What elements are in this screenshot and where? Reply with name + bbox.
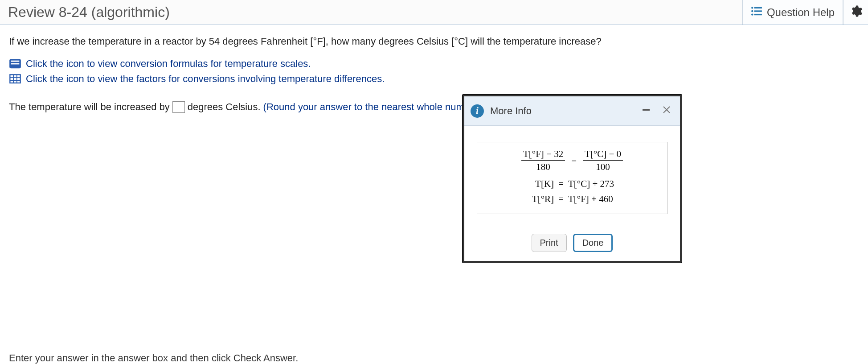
fraction-left-num: T[°F] − 32 xyxy=(521,149,565,161)
svg-rect-8 xyxy=(11,63,20,65)
fraction-left-den: 180 xyxy=(536,161,550,172)
rankine-lhs: T[°R] xyxy=(523,192,554,207)
formula-kelvin: T[K] = T[°C] + 273 xyxy=(485,177,659,192)
fraction-right-den: 100 xyxy=(596,161,610,172)
minimize-button[interactable] xyxy=(639,103,653,119)
popup-header: i More Info xyxy=(464,96,680,126)
svg-rect-10 xyxy=(11,75,13,78)
answer-row: The temperature will be increased by deg… xyxy=(9,101,859,113)
fraction-right-num: T[°C] − 0 xyxy=(583,149,623,161)
print-button[interactable]: Print xyxy=(532,234,567,252)
svg-rect-7 xyxy=(11,61,20,62)
book-icon xyxy=(9,58,21,69)
popup-body: T[°F] − 32 180 = T[°C] − 0 100 T[K] = T[… xyxy=(464,126,680,223)
footer-instruction: Enter your answer in the answer box and … xyxy=(9,352,298,364)
rankine-rhs: T[°F] + 460 xyxy=(568,192,622,207)
reference-link-1-label: Click the icon to view conversion formul… xyxy=(26,58,311,70)
svg-rect-14 xyxy=(14,78,16,80)
svg-point-0 xyxy=(751,7,753,8)
more-info-popup: i More Info T[°F] − 32 180 = T[°C] − 0 1… xyxy=(463,95,682,263)
kelvin-lhs: T[K] xyxy=(523,177,554,192)
reference-link-formulas[interactable]: Click the icon to view conversion formul… xyxy=(9,58,859,70)
reference-link-2-label: Click the icon to view the factors for c… xyxy=(26,73,385,85)
svg-point-2 xyxy=(751,10,753,12)
svg-rect-18 xyxy=(17,81,20,83)
svg-rect-17 xyxy=(14,81,16,83)
done-button[interactable]: Done xyxy=(573,234,613,252)
svg-point-4 xyxy=(751,13,753,15)
svg-rect-16 xyxy=(11,81,13,83)
table-icon xyxy=(9,74,21,84)
settings-button[interactable] xyxy=(843,0,868,25)
question-prompt: If we increase the temperature in a reac… xyxy=(9,36,859,47)
question-help-button[interactable]: Question Help xyxy=(742,0,843,25)
formula-rankine: T[°R] = T[°F] + 460 xyxy=(485,192,659,207)
svg-rect-3 xyxy=(754,10,762,12)
answer-prefix: The temperature will be increased by xyxy=(9,101,170,113)
kelvin-rhs: T[°C] + 273 xyxy=(568,177,622,192)
question-help-label: Question Help xyxy=(767,6,835,19)
reference-link-factors[interactable]: Click the icon to view the factors for c… xyxy=(9,73,859,85)
equals-sign-3: = xyxy=(558,192,564,207)
answer-input[interactable] xyxy=(172,101,185,113)
svg-rect-12 xyxy=(17,75,20,78)
gear-icon xyxy=(849,4,863,20)
info-icon: i xyxy=(471,104,484,118)
question-content: If we increase the temperature in a reac… xyxy=(0,25,868,113)
close-button[interactable] xyxy=(659,103,674,119)
fraction-right: T[°C] − 0 100 xyxy=(583,149,623,172)
svg-rect-13 xyxy=(11,78,13,80)
formula-fraction-row: T[°F] − 32 180 = T[°C] − 0 100 xyxy=(485,149,659,172)
svg-rect-15 xyxy=(17,78,20,80)
list-icon xyxy=(751,6,762,19)
page-title: Review 8-24 (algorithmic) xyxy=(0,0,178,25)
answer-hint: (Round your answer to the nearest whole … xyxy=(263,101,475,113)
popup-buttons: Print Done xyxy=(464,223,680,261)
title-right: Question Help xyxy=(742,0,868,25)
formula-box: T[°F] − 32 180 = T[°C] − 0 100 T[K] = T[… xyxy=(477,142,667,214)
equals-sign-2: = xyxy=(558,177,564,192)
divider xyxy=(9,93,859,93)
equals-sign: = xyxy=(571,155,577,166)
answer-suffix: degrees Celsius. xyxy=(188,101,261,113)
svg-rect-1 xyxy=(754,7,762,8)
popup-title: More Info xyxy=(490,105,633,117)
title-bar: Review 8-24 (algorithmic) Question Help xyxy=(0,0,868,25)
svg-rect-5 xyxy=(754,13,762,15)
fraction-left: T[°F] − 32 180 xyxy=(521,149,565,172)
svg-rect-11 xyxy=(14,75,16,78)
svg-rect-19 xyxy=(643,109,650,111)
